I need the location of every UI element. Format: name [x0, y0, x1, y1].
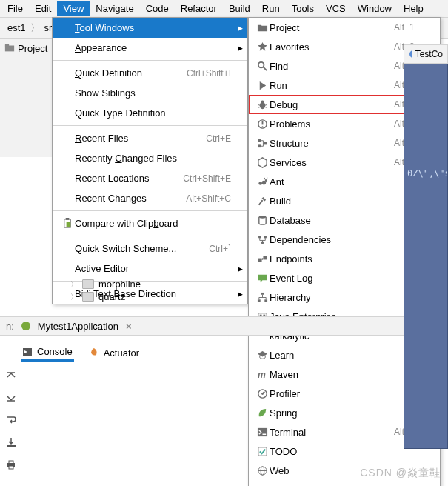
- view-menu-dropdown: Tool Windows▶Appearance▶Quick Definition…: [52, 17, 248, 304]
- shortcut-label: Ctrl+Shift+I: [187, 68, 231, 79]
- svg-point-19: [258, 182, 262, 185]
- check-icon: [255, 446, 270, 457]
- actuator-tab[interactable]: Actuator: [87, 345, 141, 361]
- menu-label: Recently Changed Files: [75, 153, 231, 164]
- menu-label: Debug: [270, 99, 394, 110]
- menu-row-quick-switch-scheme-[interactable]: Quick Switch Scheme...Ctrl+`: [53, 239, 247, 259]
- menu-row-show-siblings[interactable]: Show Siblings: [53, 83, 247, 103]
- menu-row-active-editor[interactable]: Active Editor▶: [53, 259, 247, 279]
- menu-label: Structure: [270, 138, 394, 149]
- menu-item-run[interactable]: Run: [256, 1, 286, 16]
- shortcut-label: Alt+1: [394, 22, 431, 33]
- star-icon: [255, 41, 270, 53]
- print-button[interactable]: [4, 458, 19, 471]
- svg-rect-3: [65, 218, 69, 220]
- menu-row-recent-changes[interactable]: Recent ChangesAlt+Shift+C: [53, 188, 247, 208]
- run-label: n:: [6, 321, 14, 332]
- watermark: CSDN @焱童鞋: [360, 467, 441, 480]
- tree-label: morphline: [98, 279, 141, 290]
- menu-row-recently-changed-files[interactable]: Recently Changed Files: [53, 148, 247, 168]
- console-tab[interactable]: Console: [21, 344, 74, 362]
- menu-bar: FileEditViewNavigateCodeRefactorBuildRun…: [0, 0, 448, 18]
- search-icon: [255, 61, 270, 72]
- java-class-icon: [409, 50, 412, 59]
- editor-tab[interactable]: TestCo: [404, 44, 448, 64]
- svg-rect-0: [5, 46, 14, 52]
- svg-rect-29: [263, 256, 267, 259]
- menu-item-view[interactable]: View: [57, 1, 90, 16]
- menu-row-recent-files[interactable]: Recent FilesCtrl+E: [53, 128, 247, 148]
- gauge-icon: [255, 388, 270, 399]
- menu-item-tools[interactable]: Tools: [286, 1, 320, 16]
- run-tabs: Console Actuator: [13, 339, 148, 366]
- code-editor[interactable]: 0Z\",\"sou: [404, 64, 448, 449]
- menu-item-refactor[interactable]: Refactor: [175, 1, 223, 16]
- menu-label: Terminal: [270, 427, 394, 438]
- svg-rect-52: [7, 445, 16, 447]
- menu-row-quick-type-definition[interactable]: Quick Type Definition: [53, 103, 247, 123]
- svg-rect-31: [261, 292, 264, 294]
- svg-rect-17: [258, 144, 261, 147]
- scroll-to-end-button[interactable]: [4, 436, 19, 449]
- grad-icon: [255, 350, 270, 361]
- tool-window-zoolytic[interactable]: zoolytic: [249, 480, 440, 486]
- menu-row-recent-locations[interactable]: Recent LocationsCtrl+Shift+E: [53, 168, 247, 188]
- menu-item-help[interactable]: Help: [398, 1, 429, 16]
- soft-wrap-button[interactable]: [4, 413, 19, 427]
- tool-window-project[interactable]: ProjectAlt+1: [249, 18, 440, 37]
- svg-line-11: [258, 107, 260, 107]
- tree-label: quartz: [98, 291, 125, 302]
- run-config-name[interactable]: Mytest1Application: [38, 321, 118, 332]
- editor-right-panel: TestCo 0Z\",\"sou: [404, 44, 448, 449]
- leaf-icon: [255, 407, 270, 419]
- svg-rect-4: [66, 222, 70, 227]
- menu-label: Services: [270, 157, 394, 168]
- menu-label: Problems: [270, 119, 394, 130]
- menu-label: Recent Changes: [75, 193, 186, 204]
- chevron-right-icon: ▶: [238, 44, 243, 52]
- menu-label: Quick Switch Scheme...: [75, 243, 209, 254]
- svg-line-6: [263, 67, 267, 70]
- folder-icon: [255, 22, 270, 33]
- svg-rect-32: [257, 299, 260, 302]
- menu-label: Active Editor: [75, 263, 231, 274]
- menu-label: Favorites: [270, 41, 394, 53]
- menu-label: Quick Type Definition: [75, 107, 231, 119]
- menu-row-tool-windows[interactable]: Tool Windows▶: [53, 18, 247, 38]
- run-toolbar: n: Mytest1Application ×: [0, 316, 448, 336]
- svg-point-26: [264, 235, 267, 238]
- svg-point-25: [258, 235, 261, 238]
- menu-item-code[interactable]: Code: [140, 1, 175, 16]
- shortcut-label: Alt+Shift+C: [186, 193, 231, 204]
- svg-line-23: [264, 177, 265, 179]
- menu-row-compare-with-clipboard[interactable]: Compare with Clipboard: [53, 213, 247, 233]
- menu-item-vcs[interactable]: VCS: [320, 1, 352, 16]
- menu-label: Show Siblings: [75, 87, 231, 99]
- scroll-down-button[interactable]: [4, 391, 19, 405]
- tree-node[interactable]: 〉 morphline: [70, 278, 141, 290]
- menu-item-edit[interactable]: Edit: [29, 1, 57, 16]
- shortcut-label: Ctrl+Shift+E: [183, 173, 231, 184]
- tree-node[interactable]: 〉 quartz: [70, 290, 141, 303]
- hammer-icon: [255, 196, 270, 207]
- svg-point-24: [258, 215, 265, 218]
- menu-row-quick-definition[interactable]: Quick DefinitionCtrl+Shift+I: [53, 63, 247, 83]
- menu-item-navigate[interactable]: Navigate: [90, 1, 139, 16]
- breadcrumb-seg1[interactable]: est1: [4, 22, 29, 33]
- folder-icon: [4, 43, 15, 53]
- folder-icon: [82, 292, 94, 302]
- shortcut-label: Ctrl+E: [206, 133, 231, 144]
- menu-item-window[interactable]: Window: [352, 1, 398, 16]
- expand-icon[interactable]: 〉: [70, 292, 78, 302]
- scroll-up-button[interactable]: [4, 369, 19, 382]
- menu-row-appearance[interactable]: Appearance▶: [53, 38, 247, 58]
- menu-item-build[interactable]: Build: [223, 1, 256, 16]
- project-tool-tab[interactable]: Project: [0, 39, 55, 157]
- close-icon[interactable]: ×: [126, 321, 132, 332]
- menu-item-file[interactable]: File: [1, 1, 29, 16]
- menu-label: Find: [270, 61, 394, 72]
- chevron-right-icon: 〉: [29, 21, 41, 35]
- svg-rect-28: [258, 258, 261, 262]
- expand-icon[interactable]: 〉: [70, 279, 78, 290]
- clipboard-icon: [60, 218, 75, 229]
